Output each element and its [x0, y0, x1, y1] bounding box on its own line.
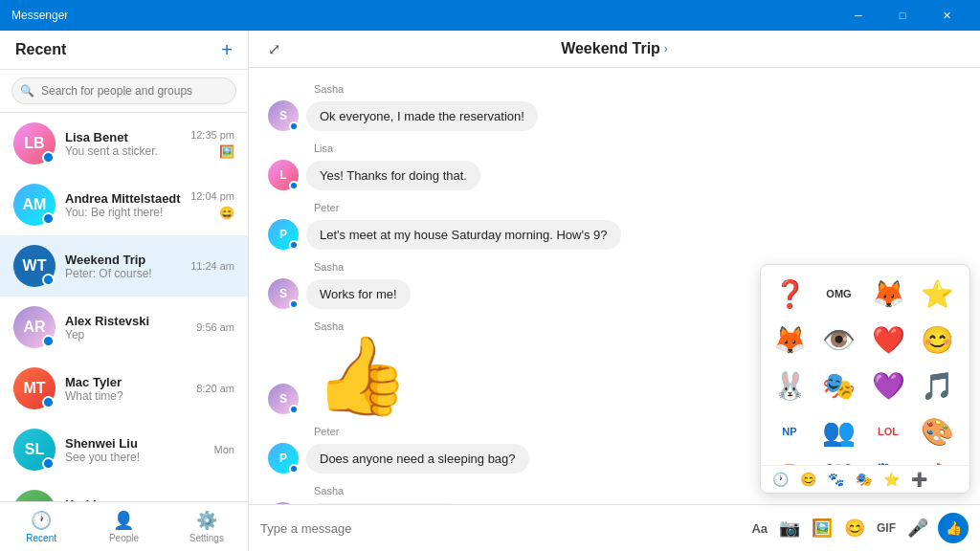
sticker-footer-btn-5[interactable]: ➕	[907, 470, 931, 489]
message-avatar: P	[268, 443, 299, 474]
message-avatar: L	[268, 160, 299, 190]
nav-item-recent[interactable]: 🕐 Recent	[0, 502, 82, 551]
sticker-tent[interactable]: 🎪	[917, 456, 959, 465]
sticker-footer-btn-1[interactable]: 😊	[796, 470, 820, 489]
send-like-button[interactable]: 👍	[938, 513, 969, 543]
search-icon: 🔍	[20, 84, 34, 98]
chat-meta: Mon	[214, 444, 234, 455]
image-icon[interactable]: 🖼️	[810, 516, 835, 540]
font-size-icon[interactable]: Aa	[749, 519, 769, 538]
chat-time: 11:24 am	[190, 260, 234, 272]
sticker-fox[interactable]: 🦊	[867, 273, 909, 315]
chat-name: Andrea Mittelstaedt	[65, 191, 181, 206]
chat-list-item-andrea[interactable]: AM Andrea Mittelstaedt You: Be right the…	[0, 174, 248, 235]
sticker-people[interactable]: 👥	[818, 410, 860, 452]
chat-header-arrow[interactable]: ›	[664, 42, 668, 55]
message-row: P Let's meet at my house Saturday mornin…	[268, 219, 961, 250]
expand-icon[interactable]: ⤢	[268, 40, 280, 58]
nav-label: Recent	[26, 533, 56, 543]
chat-meta: 8:20 am	[196, 383, 234, 394]
sticker-heart[interactable]: ❤️	[867, 319, 909, 361]
sidebar-header: Recent +	[0, 31, 248, 70]
chat-list-item-weekend[interactable]: WT Weekend Trip Peter: Of course! 11:24 …	[0, 235, 248, 297]
chat-list-item-lisa[interactable]: LB Lisa Benet You sent a sticker. 12:35 …	[0, 113, 248, 174]
message-avatar: S	[268, 384, 299, 414]
chat-list-item-mac[interactable]: MT Mac Tyler What time? 8:20 am	[0, 358, 248, 419]
chat-info: Kari Lee That works for me	[65, 497, 206, 502]
message-bubble: Let's meet at my house Saturday morning.…	[306, 220, 621, 250]
sticker-no[interactable]: NP	[768, 410, 811, 452]
sticker-mask[interactable]: 🎭	[818, 364, 860, 407]
sticker-footer-btn-2[interactable]: 🐾	[824, 470, 848, 489]
sticker-footer-btn-0[interactable]: 🕐	[768, 470, 792, 489]
mic-icon[interactable]: 🎤	[905, 516, 930, 540]
nav-item-settings[interactable]: ⚙️ Settings	[166, 502, 248, 551]
sticker-lol[interactable]: LOL	[867, 410, 909, 452]
add-conversation-button[interactable]: +	[221, 40, 233, 59]
avatar: AR	[13, 306, 56, 348]
chat-info: Weekend Trip Peter: Of course!	[65, 253, 181, 280]
chat-preview: You: Be right there!	[65, 206, 181, 219]
camera-icon[interactable]: 📷	[777, 516, 802, 540]
chat-info: Mac Tyler What time?	[65, 375, 187, 403]
input-bar: Aa 📷 🖼️ 😊 GIF 🎤 👍 ❓OMG🦊⭐🦊👁️❤️😊🐰🎭💜🎵NP👥LOL…	[249, 504, 980, 551]
sender-name: Peter	[314, 202, 961, 213]
chat-name: Weekend Trip	[65, 253, 181, 267]
online-badge	[42, 396, 55, 408]
sticker-fox2[interactable]: 🦊	[768, 319, 811, 361]
chat-time: 9:56 am	[196, 321, 234, 333]
search-bar: 🔍	[0, 70, 248, 113]
nav-item-people[interactable]: 👤 People	[82, 502, 165, 551]
maximize-button[interactable]: □	[880, 0, 924, 31]
avatar: LB	[13, 122, 56, 165]
avatar-badge	[289, 405, 299, 414]
sticker-happy[interactable]: 😄	[768, 456, 811, 465]
minimize-button[interactable]: ─	[836, 0, 880, 31]
message-input[interactable]	[260, 518, 742, 540]
chat-name: Lisa Benet	[65, 130, 181, 144]
avatar: MT	[13, 367, 56, 409]
sticker-panel: ❓OMG🦊⭐🦊👁️❤️😊🐰🎭💜🎵NP👥LOL🎨😄🐻👣🎪🕐😊🐾🎭⭐➕	[760, 264, 970, 494]
sticker-footer-btn-3[interactable]: 🎭	[852, 470, 876, 489]
sticker-smile[interactable]: 😊	[917, 319, 959, 361]
chat-list-item-shenwei[interactable]: SL Shenwei Liu See you there! Mon	[0, 419, 248, 480]
sticker-grid: ❓OMG🦊⭐🦊👁️❤️😊🐰🎭💜🎵NP👥LOL🎨😄🐻👣🎪	[761, 265, 969, 465]
sticker-footer-btn-4[interactable]: ⭐	[880, 470, 903, 489]
chat-preview: What time?	[65, 389, 187, 403]
chat-header: ⤢ Weekend Trip ›	[249, 31, 980, 68]
chat-emoji: 🖼️	[219, 144, 234, 159]
message-bubble: Works for me!	[306, 279, 411, 309]
sticker-bear[interactable]: 🐻	[818, 456, 860, 465]
chat-preview: Yep	[65, 328, 187, 342]
chat-list-item-alex[interactable]: AR Alex Ristevski Yep 9:56 am	[0, 297, 248, 358]
chat-time: 12:04 pm	[190, 190, 234, 202]
chat-meta: 11:24 am	[190, 260, 234, 272]
close-button[interactable]: ✕	[924, 0, 969, 31]
sticker-eye[interactable]: 👁️	[818, 319, 860, 361]
sticker-question[interactable]: ❓	[768, 273, 811, 315]
sticker-music[interactable]: 🎵	[917, 364, 959, 407]
search-input[interactable]	[11, 77, 236, 104]
sticker-bunny[interactable]: 🐰	[768, 364, 811, 407]
message-avatar: S	[268, 100, 299, 131]
emoji-icon[interactable]: 😊	[842, 516, 867, 540]
chat-info: Andrea Mittelstaedt You: Be right there!	[65, 191, 181, 219]
sticker-purple[interactable]: 💜	[867, 364, 909, 407]
chat-name: Mac Tyler	[65, 375, 187, 389]
message-bubble: Yes! Thanks for doing that.	[306, 161, 480, 190]
sidebar-title: Recent	[15, 41, 66, 58]
sticker-star[interactable]: ⭐	[917, 273, 959, 315]
avatar-badge	[289, 299, 299, 309]
sticker-footer: 🕐😊🐾🎭⭐➕	[761, 465, 969, 493]
chat-info: Lisa Benet You sent a sticker.	[65, 130, 181, 158]
message-bubble: Does anyone need a sleeping bag?	[306, 444, 529, 474]
sticker-omg[interactable]: OMG	[818, 273, 860, 315]
chat-meta: 12:04 pm 😄	[190, 190, 234, 220]
avatar: AM	[13, 184, 56, 226]
sticker-foot[interactable]: 👣	[867, 456, 909, 465]
message-group: Lisa L Yes! Thanks for doing that.	[268, 143, 961, 190]
chat-list-item-kari[interactable]: KL Kari Lee That works for me Sun	[0, 480, 248, 501]
sticker-art[interactable]: 🎨	[917, 410, 959, 452]
gif-icon[interactable]: GIF	[875, 519, 898, 537]
people-icon: 👤	[113, 510, 134, 531]
